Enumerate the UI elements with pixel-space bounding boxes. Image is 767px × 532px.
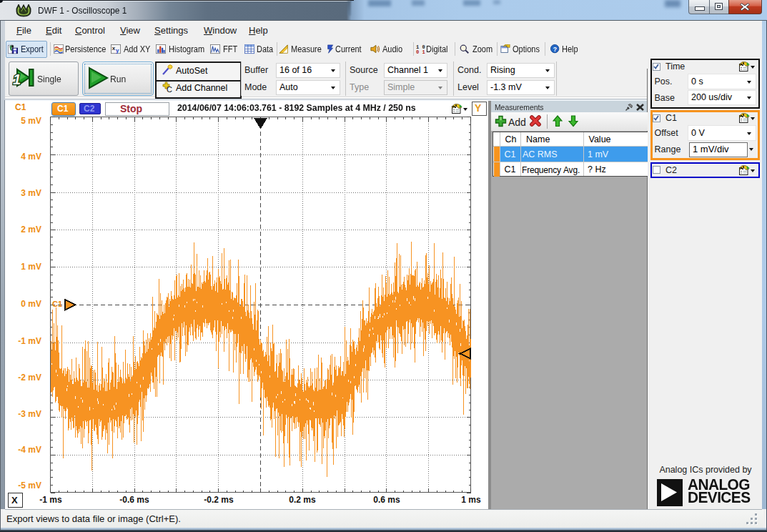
svg-text:y: y <box>116 47 119 54</box>
svg-text:C: C <box>167 85 172 93</box>
svg-text:1: 1 <box>13 72 21 87</box>
svg-text:x: x <box>112 45 116 51</box>
svg-text:?: ? <box>553 46 556 53</box>
svg-text:0 1: 0 1 <box>416 49 425 54</box>
